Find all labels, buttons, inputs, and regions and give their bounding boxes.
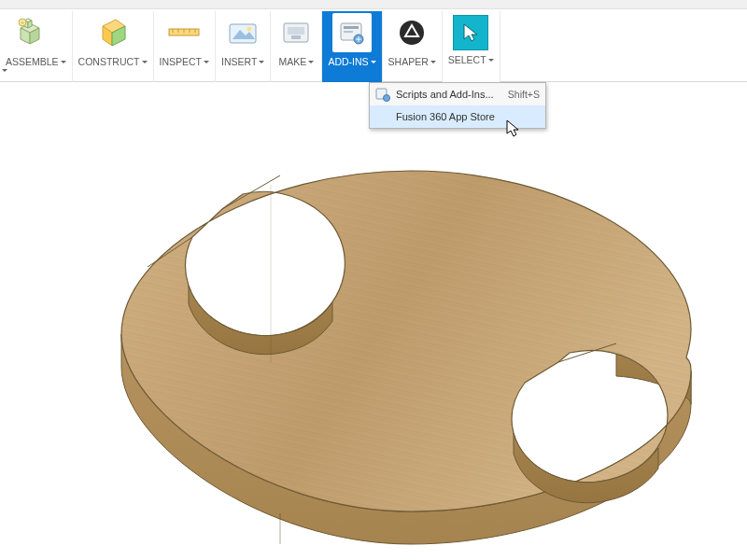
construct-icon [93,13,133,52]
label-text: MAKE [278,56,306,67]
addins-tool[interactable]: ADD-INS [322,11,382,82]
construct-tool[interactable]: CONSTRUCT [73,11,154,82]
insert-label: INSERT [221,56,264,67]
addins-icon [332,13,372,52]
addins-dropdown: Scripts and Add-Ins... Shift+S Fusion 36… [369,82,546,129]
label-text: INSPECT [160,56,203,67]
label-text: INSERT [221,56,257,67]
insert-tool[interactable]: INSERT [216,11,271,82]
chevron-down-icon [430,61,436,63]
construct-label: CONSTRUCT [78,56,148,67]
label-text: CONSTRUCT [78,56,140,67]
chevron-down-icon [259,61,264,63]
menu-app-store[interactable]: Fusion 360 App Store [370,105,545,128]
chevron-down-icon [488,59,494,62]
menu-scripts-addins[interactable]: Scripts and Add-Ins... Shift+S [370,83,545,105]
blank-icon [375,109,390,124]
inspect-icon [164,13,204,52]
label-text: SHAPER [388,56,429,67]
svg-point-19 [247,27,252,32]
chevron-down-icon [204,61,209,63]
svg-point-31 [384,95,390,102]
chevron-down-icon [142,61,148,63]
script-icon [375,87,390,102]
shaper-label: SHAPER [388,56,436,67]
chevron-down-icon [371,61,376,63]
label-text: SELECT [448,54,486,65]
title-bar [0,0,747,9]
svg-text:+: + [21,20,24,26]
insert-icon [223,13,262,52]
model-wooden-oval [0,82,747,560]
svg-rect-24 [344,26,359,29]
make-tool[interactable]: MAKE [271,11,322,82]
select-tool[interactable]: SELECT [443,11,500,82]
menu-shortcut: Shift+S [508,89,540,100]
select-icon [453,15,488,50]
chevron-down-icon[interactable] [2,69,7,72]
menu-label: Scripts and Add-Ins... [396,89,500,100]
chevron-down-icon [61,61,66,63]
assemble-label: ASSEMBLE [6,56,66,67]
make-label: MAKE [278,56,314,67]
select-label: SELECT [448,54,494,65]
assemble-icon: + [16,13,55,52]
label-text: ASSEMBLE [6,56,59,67]
svg-rect-22 [291,35,301,39]
make-icon [276,13,316,52]
svg-marker-29 [464,24,477,41]
inspect-tool[interactable]: INSPECT [154,11,217,82]
svg-rect-21 [288,27,304,35]
shaper-tool[interactable]: SHAPER [383,11,443,82]
svg-rect-25 [344,31,353,33]
menu-label: Fusion 360 App Store [396,111,540,122]
main-toolbar: + ASSEMBLE CONSTRUCT [0,9,747,82]
addins-label: ADD-INS [328,56,375,67]
chevron-down-icon [308,61,314,63]
shaper-icon [392,13,431,52]
svg-marker-5 [28,21,32,28]
label-text: ADD-INS [328,56,368,67]
viewport-3d[interactable] [0,82,747,560]
assemble-tool[interactable]: + ASSEMBLE [0,11,73,82]
inspect-label: INSPECT [160,56,210,67]
